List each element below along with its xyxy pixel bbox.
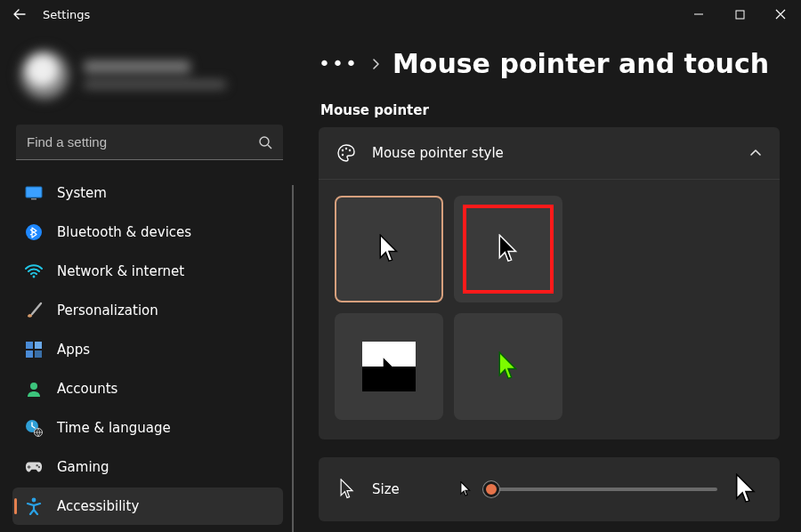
svg-rect-7 (26, 342, 33, 349)
sidebar-item-time-language[interactable]: Time & language (12, 409, 283, 447)
nav-label: Personalization (57, 302, 158, 318)
maximize-button[interactable] (719, 0, 760, 28)
person-icon (25, 380, 43, 398)
svg-rect-9 (26, 351, 33, 358)
size-label: Size (372, 481, 443, 497)
sidebar-item-accounts[interactable]: Accounts (12, 370, 283, 407)
pointer-style-grid (319, 180, 692, 439)
pointer-style-card: Mouse pointer style (319, 127, 780, 439)
sidebar-item-system[interactable]: System (12, 174, 283, 212)
bluetooth-icon (25, 223, 43, 241)
search-icon (258, 135, 272, 149)
inverted-cursor-tile (362, 342, 416, 391)
pointer-style-title: Mouse pointer style (372, 145, 733, 161)
svg-rect-0 (736, 11, 744, 19)
cursor-black-icon (497, 234, 520, 264)
user-profile[interactable] (12, 37, 290, 125)
breadcrumb-more-button[interactable]: ••• (319, 54, 359, 74)
clock-globe-icon (25, 419, 43, 437)
nav-label: Accessibility (57, 498, 139, 514)
gamepad-icon (25, 458, 43, 476)
nav-label: Accounts (57, 381, 117, 397)
sidebar-item-bluetooth[interactable]: Bluetooth & devices (12, 214, 283, 251)
nav-label: Time & language (57, 420, 171, 436)
nav-label: System (57, 185, 107, 201)
apps-icon (25, 341, 43, 359)
cursor-custom-icon (497, 351, 520, 382)
nav-list: System Bluetooth & devices Network & int… (12, 174, 283, 525)
minimize-button[interactable] (678, 0, 719, 28)
sidebar: System Bluetooth & devices Network & int… (0, 28, 294, 532)
svg-point-17 (342, 149, 344, 151)
svg-point-18 (345, 148, 347, 149)
user-name-redacted (84, 60, 226, 89)
wifi-icon (25, 262, 43, 280)
pointer-style-header[interactable]: Mouse pointer style (319, 127, 780, 180)
scroll-indicator[interactable] (292, 185, 294, 532)
slider-thumb[interactable] (483, 481, 499, 497)
svg-point-20 (342, 154, 344, 156)
close-icon (775, 9, 786, 20)
main-content: ••• Mouse pointer and touch Mouse pointe… (294, 28, 801, 532)
sidebar-item-accessibility[interactable]: Accessibility (12, 488, 283, 525)
pointer-style-custom[interactable] (454, 313, 562, 420)
svg-rect-2 (26, 187, 42, 197)
back-button[interactable] (5, 0, 34, 28)
window-title: Settings (43, 8, 90, 21)
chevron-right-icon (371, 58, 380, 70)
sidebar-item-personalization[interactable]: Personalization (12, 292, 283, 329)
minimize-icon (693, 9, 704, 20)
svg-rect-8 (35, 342, 42, 349)
search-input[interactable] (27, 134, 258, 149)
display-icon (25, 184, 43, 202)
svg-rect-4 (31, 198, 36, 200)
sidebar-item-gaming[interactable]: Gaming (12, 448, 283, 486)
pointer-style-black[interactable] (454, 196, 562, 302)
page-title: Mouse pointer and touch (392, 48, 769, 79)
pointer-style-white[interactable] (335, 196, 443, 302)
breadcrumb: ••• Mouse pointer and touch (319, 48, 780, 79)
paintbrush-icon (25, 302, 43, 319)
maximize-icon (735, 10, 745, 20)
cursor-outline-icon (338, 480, 356, 498)
arrow-left-icon (12, 7, 27, 21)
svg-point-6 (33, 276, 36, 278)
avatar (18, 48, 71, 101)
close-button[interactable] (760, 0, 801, 28)
svg-point-16 (32, 498, 36, 503)
nav-label: Network & internet (57, 263, 184, 279)
svg-point-14 (36, 464, 37, 466)
svg-point-19 (349, 149, 351, 151)
section-label-mouse-pointer: Mouse pointer (320, 102, 780, 118)
pointer-size-slider[interactable] (491, 479, 717, 500)
search-box[interactable] (16, 125, 283, 160)
nav-label: Gaming (57, 459, 109, 475)
titlebar: Settings (0, 0, 801, 28)
svg-rect-10 (35, 351, 42, 358)
nav-label: Apps (57, 342, 90, 358)
palette-icon (336, 143, 356, 163)
accessibility-icon (25, 497, 43, 515)
pointer-style-inverted[interactable] (335, 313, 443, 420)
sidebar-item-apps[interactable]: Apps (12, 331, 283, 368)
chevron-up-icon (749, 149, 762, 157)
pointer-size-card: Size (319, 457, 780, 521)
svg-point-11 (30, 383, 37, 390)
svg-point-1 (260, 137, 269, 146)
svg-point-15 (38, 466, 40, 468)
nav-label: Bluetooth & devices (57, 224, 191, 240)
cursor-small-icon (459, 481, 475, 497)
cursor-large-icon (733, 473, 760, 505)
cursor-white-icon (377, 234, 400, 264)
sidebar-item-network[interactable]: Network & internet (12, 253, 283, 290)
